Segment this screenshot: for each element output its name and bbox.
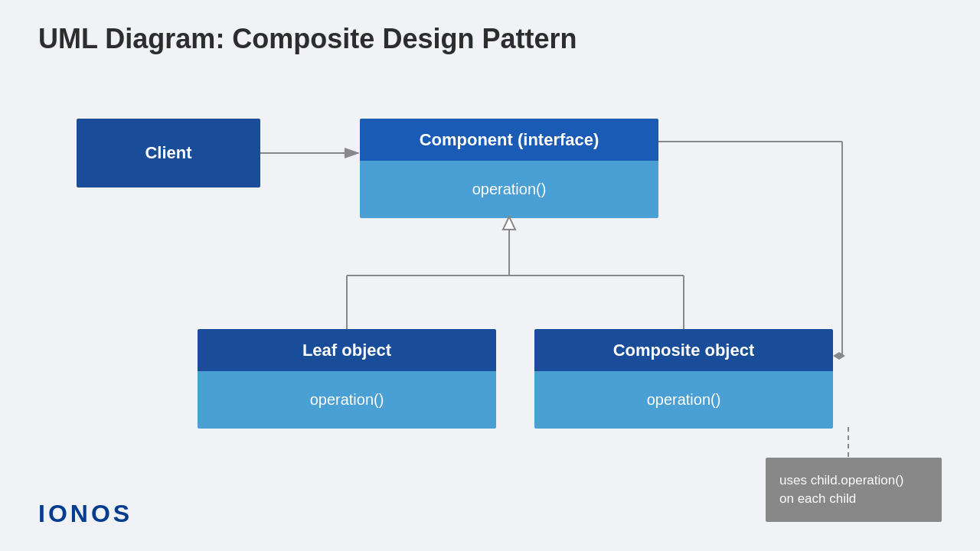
leaf-box: Leaf object operation() <box>198 329 496 429</box>
tooltip: uses child.operation()on each child <box>766 458 942 522</box>
leaf-header: Leaf object <box>198 329 496 371</box>
component-header: Component (interface) <box>360 119 658 161</box>
page-title: UML Diagram: Composite Design Pattern <box>38 23 577 55</box>
component-body: operation() <box>360 161 658 218</box>
composite-body: operation() <box>534 371 833 429</box>
diamond-marker <box>833 352 845 360</box>
inheritance-arrowhead <box>503 217 515 230</box>
client-box: Client <box>77 119 260 187</box>
leaf-body: operation() <box>198 371 496 429</box>
tooltip-text: uses child.operation()on each child <box>779 473 904 506</box>
client-header: Client <box>77 119 260 187</box>
component-box: Component (interface) operation() <box>360 119 658 218</box>
ionos-logo: IONOS <box>38 500 132 528</box>
composite-header: Composite object <box>534 329 833 371</box>
composite-box: Composite object operation() <box>534 329 833 429</box>
